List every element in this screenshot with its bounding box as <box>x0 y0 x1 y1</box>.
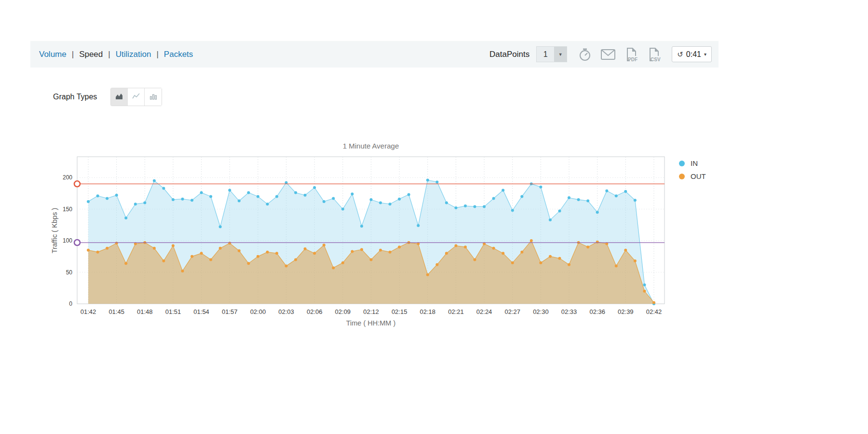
tab-separator: | <box>108 50 110 59</box>
tab-utilization[interactable]: Utilization <box>116 50 151 59</box>
svg-text:02:39: 02:39 <box>618 308 634 315</box>
graph-type-line-button[interactable] <box>128 88 145 106</box>
svg-text:02:21: 02:21 <box>448 308 464 315</box>
tab-packets[interactable]: Packets <box>164 50 193 59</box>
datapoints-select[interactable]: 1 ▼ <box>536 46 567 62</box>
datapoints-value: 1 <box>537 47 554 62</box>
y-axis-label: Traffic ( Kbps ) <box>51 192 58 269</box>
datapoints-label: DataPoints <box>489 50 529 59</box>
svg-text:100: 100 <box>63 237 72 244</box>
tab-separator: | <box>156 50 158 59</box>
svg-text:01:45: 01:45 <box>108 308 124 315</box>
svg-text:02:12: 02:12 <box>363 308 379 315</box>
graph-types-row: Graph Types <box>53 88 162 106</box>
toolbar-right: DataPoints 1 ▼ <box>489 46 712 62</box>
legend-item-in[interactable]: IN <box>679 159 706 167</box>
svg-text:02:18: 02:18 <box>420 308 436 315</box>
svg-text:01:48: 01:48 <box>137 308 153 315</box>
svg-text:02:27: 02:27 <box>504 308 520 315</box>
tab-speed[interactable]: Speed <box>79 50 103 59</box>
graph-types-label: Graph Types <box>53 93 97 101</box>
svg-text:02:09: 02:09 <box>335 308 351 315</box>
chevron-down-icon: ▾ <box>704 52 706 57</box>
refresh-icon: ↺ <box>677 50 683 59</box>
legend-label-out: OUT <box>691 172 706 180</box>
out-series-swatch <box>679 174 685 179</box>
refresh-countdown: 0:41 <box>686 50 701 59</box>
svg-text:50: 50 <box>66 269 73 276</box>
legend-item-out[interactable]: OUT <box>679 172 706 180</box>
svg-text:02:00: 02:00 <box>250 308 266 315</box>
traffic-monitor-page: Volume | Speed | Utilization | Packets D… <box>0 0 868 434</box>
graph-type-bar-button[interactable] <box>145 88 162 106</box>
legend-label-in: IN <box>691 159 698 167</box>
tab-volume[interactable]: Volume <box>39 50 67 59</box>
svg-text:01:54: 01:54 <box>193 308 209 315</box>
svg-text:01:42: 01:42 <box>81 308 96 315</box>
graph-type-area-button[interactable] <box>111 88 128 106</box>
svg-text:02:33: 02:33 <box>561 308 577 315</box>
chart-legend: IN OUT <box>679 159 706 180</box>
csv-icon-label: CSV <box>651 57 661 62</box>
svg-text:150: 150 <box>63 206 72 213</box>
in-series-swatch <box>679 161 685 166</box>
area-chart-icon <box>115 93 123 101</box>
metric-tabs: Volume | Speed | Utilization | Packets <box>39 50 193 59</box>
svg-text:200: 200 <box>63 174 72 181</box>
svg-text:02:15: 02:15 <box>392 308 407 315</box>
chevron-down-icon: ▼ <box>554 47 567 62</box>
svg-text:02:30: 02:30 <box>533 308 549 315</box>
svg-text:02:24: 02:24 <box>476 308 492 315</box>
svg-text:01:51: 01:51 <box>165 308 181 315</box>
schedule-clock-icon[interactable] <box>578 47 592 62</box>
svg-text:01:57: 01:57 <box>222 308 238 315</box>
line-chart-icon <box>132 93 140 101</box>
svg-text:0: 0 <box>69 300 72 307</box>
svg-text:02:36: 02:36 <box>589 308 605 315</box>
export-icons: PDF CSV <box>578 47 661 62</box>
svg-text:02:42: 02:42 <box>646 308 662 315</box>
tab-separator: | <box>72 50 74 59</box>
graph-type-button-group <box>110 88 162 106</box>
toolbar: Volume | Speed | Utilization | Packets D… <box>30 41 719 68</box>
bar-chart-icon <box>149 93 157 101</box>
email-icon[interactable] <box>600 49 616 60</box>
export-pdf-icon[interactable]: PDF <box>624 47 638 62</box>
svg-text:02:03: 02:03 <box>278 308 294 315</box>
svg-text:02:06: 02:06 <box>307 308 323 315</box>
traffic-area-chart[interactable]: 01:4201:4501:4801:5101:5401:5702:0002:03… <box>0 135 723 333</box>
export-csv-icon[interactable]: CSV <box>647 47 661 62</box>
auto-refresh-timer[interactable]: ↺ 0:41 ▾ <box>672 46 712 62</box>
pdf-icon-label: PDF <box>628 57 637 62</box>
x-axis-label: Time ( HH:MM ) <box>77 319 665 327</box>
